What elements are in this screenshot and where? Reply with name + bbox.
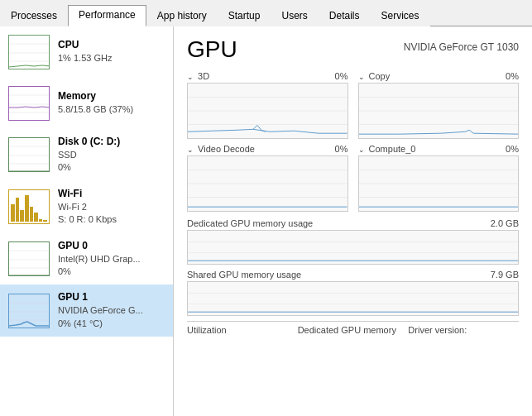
perf-chart-copy xyxy=(358,83,520,139)
chart-label-compute0: ⌄ Compute_0 xyxy=(358,144,416,154)
tab-services[interactable]: Services xyxy=(371,6,430,26)
shared-memory-value: 7.9 GB xyxy=(491,270,519,280)
chart-pct-copy: 0% xyxy=(506,71,519,81)
dedicated-memory-label: Dedicated GPU memory usage xyxy=(187,218,313,228)
bottom-driver: Driver version: xyxy=(408,325,519,335)
chart-label-3d: ⌄ 3D xyxy=(187,71,209,81)
wifi-bars xyxy=(9,190,49,223)
dedicated-memory-section: Dedicated GPU memory usage 2.0 GB xyxy=(187,218,519,265)
chart-label-videodecode: ⌄ Video Decode xyxy=(187,144,255,154)
disk-sub2: 0% xyxy=(58,161,165,174)
cpu-sub: 1% 1.53 GHz xyxy=(58,52,165,65)
chart-label-row-3d: ⌄ 3D 0% xyxy=(187,71,348,81)
wifi-sub2: S: 0 R: 0 Kbps xyxy=(58,213,165,226)
gpu-model: NVIDIA GeForce GT 1030 xyxy=(404,41,519,53)
gpu0-name: GPU 0 xyxy=(58,240,165,251)
disk-mini-chart xyxy=(8,137,50,172)
tab-users[interactable]: Users xyxy=(271,6,318,26)
tab-app-history[interactable]: App history xyxy=(146,6,218,26)
chart-box-compute0: ⌄ Compute_0 0% xyxy=(358,144,520,212)
chart-label-row-videodecode: ⌄ Video Decode 0% xyxy=(187,144,348,154)
gpu1-mini-chart xyxy=(8,294,50,328)
chevron-down-icon-vd: ⌄ xyxy=(187,146,194,154)
gpu0-info: GPU 0 Intel(R) UHD Grap... 0% xyxy=(58,240,165,279)
cpu-name: CPU xyxy=(58,39,165,50)
wifi-bar-6 xyxy=(34,213,38,222)
shared-memory-label: Shared GPU memory usage xyxy=(187,270,301,280)
chevron-down-icon-copy: ⌄ xyxy=(358,73,365,81)
chart-grid: ⌄ 3D 0% xyxy=(187,71,519,212)
wifi-mini-chart xyxy=(8,189,50,224)
bottom-bar: Utilization Dedicated GPU memory Driver … xyxy=(187,321,519,335)
sidebar-item-memory[interactable]: Memory 5.8/15.8 GB (37%) xyxy=(0,78,173,129)
chart-box-3d: ⌄ 3D 0% xyxy=(187,71,348,139)
dedicated-memory-label-row: Dedicated GPU memory usage 2.0 GB xyxy=(187,218,519,228)
content-header: GPU NVIDIA GeForce GT 1030 xyxy=(187,36,519,63)
tab-bar: Processes Performance App history Startu… xyxy=(0,0,532,26)
sidebar-item-gpu0[interactable]: GPU 0 Intel(R) UHD Grap... 0% xyxy=(0,233,173,285)
tab-processes[interactable]: Processes xyxy=(0,6,68,26)
wifi-bar-8 xyxy=(43,220,47,222)
shared-memory-chart xyxy=(187,281,519,316)
chart-label-row-compute0: ⌄ Compute_0 0% xyxy=(358,144,520,154)
memory-mini-chart xyxy=(8,86,50,121)
memory-sub: 5.8/15.8 GB (37%) xyxy=(58,103,165,116)
shared-memory-section: Shared GPU memory usage 7.9 GB xyxy=(187,270,519,316)
gpu1-sub2: 0% (41 °C) xyxy=(58,318,165,330)
perf-chart-compute0 xyxy=(358,155,520,212)
gpu1-sub1: NVIDIA GeForce G... xyxy=(58,304,165,317)
disk-info: Disk 0 (C: D:) SSD 0% xyxy=(58,136,165,175)
chevron-down-icon-c0: ⌄ xyxy=(358,146,365,154)
wifi-sub1: Wi-Fi 2 xyxy=(58,201,165,213)
sidebar: CPU 1% 1.53 GHz Memory 5.8/15.8 GB (37%) xyxy=(0,26,174,416)
wifi-bar-1 xyxy=(11,204,15,222)
disk-name: Disk 0 (C: D:) xyxy=(58,136,165,147)
content-area: GPU NVIDIA GeForce GT 1030 ⌄ 3D 0% xyxy=(174,26,532,416)
gpu0-sub2: 0% xyxy=(58,265,165,278)
chart-pct-videodecode: 0% xyxy=(335,144,348,154)
gpu1-name: GPU 1 xyxy=(58,291,165,303)
sidebar-item-disk[interactable]: Disk 0 (C: D:) SSD 0% xyxy=(0,129,173,181)
memory-name: Memory xyxy=(58,90,165,102)
shared-memory-label-row: Shared GPU memory usage 7.9 GB xyxy=(187,270,519,280)
cpu-info: CPU 1% 1.53 GHz xyxy=(58,39,165,65)
perf-chart-3d xyxy=(187,83,348,139)
wifi-bar-2 xyxy=(16,198,20,222)
gpu-title: GPU xyxy=(187,36,237,63)
bottom-dedicated: Dedicated GPU memory xyxy=(298,325,409,335)
gpu1-info: GPU 1 NVIDIA GeForce G... 0% (41 °C) xyxy=(58,291,165,330)
dedicated-memory-value: 2.0 GB xyxy=(491,218,519,228)
perf-chart-videodecode xyxy=(187,155,348,212)
chart-label-copy: ⌄ Copy xyxy=(358,71,391,81)
wifi-info: Wi-Fi Wi-Fi 2 S: 0 R: 0 Kbps xyxy=(58,188,165,227)
gpu0-sub1: Intel(R) UHD Grap... xyxy=(58,253,165,265)
main-container: CPU 1% 1.53 GHz Memory 5.8/15.8 GB (37%) xyxy=(0,26,532,416)
tab-details[interactable]: Details xyxy=(319,6,371,26)
chart-box-videodecode: ⌄ Video Decode 0% xyxy=(187,144,348,212)
wifi-bar-7 xyxy=(39,219,43,222)
bottom-utilization: Utilization xyxy=(187,325,298,335)
chart-box-copy: ⌄ Copy 0% xyxy=(358,71,520,139)
sidebar-item-cpu[interactable]: CPU 1% 1.53 GHz xyxy=(0,26,173,78)
tab-startup[interactable]: Startup xyxy=(218,6,271,26)
tab-performance[interactable]: Performance xyxy=(68,5,146,26)
chart-pct-3d: 0% xyxy=(335,71,348,81)
dedicated-memory-chart xyxy=(187,230,519,265)
gpu0-mini-chart xyxy=(8,241,50,276)
wifi-name: Wi-Fi xyxy=(58,188,165,199)
wifi-bar-5 xyxy=(30,207,34,222)
wifi-bar-4 xyxy=(25,195,29,222)
sidebar-item-wifi[interactable]: Wi-Fi Wi-Fi 2 S: 0 R: 0 Kbps xyxy=(0,181,173,233)
wifi-bar-3 xyxy=(20,210,24,222)
memory-info: Memory 5.8/15.8 GB (37%) xyxy=(58,90,165,116)
disk-sub1: SSD xyxy=(58,149,165,161)
cpu-mini-chart xyxy=(8,35,50,69)
chevron-down-icon: ⌄ xyxy=(187,73,194,81)
chart-pct-compute0: 0% xyxy=(506,144,519,154)
sidebar-item-gpu1[interactable]: GPU 1 NVIDIA GeForce G... 0% (41 °C) xyxy=(0,285,173,337)
chart-label-row-copy: ⌄ Copy 0% xyxy=(358,71,520,81)
